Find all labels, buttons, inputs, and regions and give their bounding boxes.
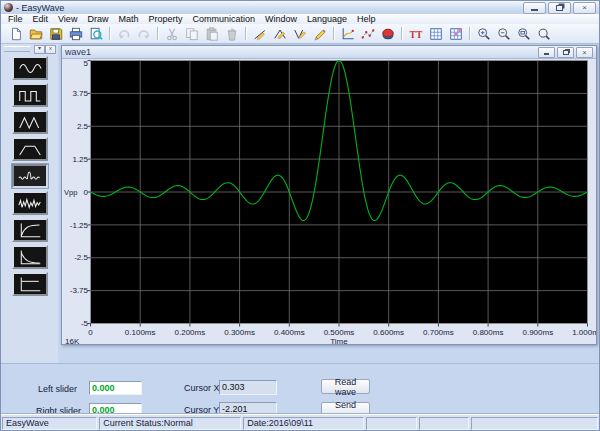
- restore-button[interactable]: [548, 2, 571, 14]
- toolbar-button-text[interactable]: TT: [406, 25, 425, 42]
- save-icon: [49, 27, 63, 41]
- delete-icon: [225, 27, 239, 41]
- toolbar-button-eraser[interactable]: [378, 25, 397, 42]
- svg-text:-1.25: -1.25: [70, 221, 89, 230]
- draw-coordinate-icon: [341, 27, 355, 41]
- wave1-restore-button[interactable]: [557, 47, 574, 58]
- toolbar-button-grid-edit[interactable]: [446, 25, 465, 42]
- svg-text:-3.75: -3.75: [70, 286, 89, 295]
- draw-polyline-icon: [273, 27, 287, 41]
- toolbar-separator: [245, 27, 246, 40]
- exp-fall-wave-icon: [15, 248, 45, 267]
- sinc-wave-icon: [15, 167, 45, 186]
- svg-text:Vpp: Vpp: [64, 188, 77, 197]
- menu-item-help[interactable]: Help: [352, 14, 381, 24]
- menu-item-edit[interactable]: Edit: [28, 14, 54, 24]
- waveform-chart[interactable]: 00.100ms0.200ms0.300ms0.400ms0.500ms0.60…: [62, 59, 596, 344]
- toolbar-button-draw-polyline[interactable]: [270, 25, 289, 42]
- toolbar-button-cut: [162, 25, 181, 42]
- toolbar-button-draw-coordinate[interactable]: [338, 25, 357, 42]
- zoom-window-icon: [517, 27, 531, 41]
- wave1-close-button[interactable]: ×: [576, 47, 593, 58]
- svg-text:1.000ms: 1.000ms: [572, 328, 596, 337]
- toolbar-button-print-preview[interactable]: [86, 25, 105, 42]
- left-slider-input[interactable]: [89, 381, 142, 395]
- toolbar-button-redo: [134, 25, 153, 42]
- status-cell-0: EasyWave: [2, 417, 97, 430]
- controls-panel: Left slider Right slider Cursor X 0.303 …: [1, 363, 599, 417]
- toolbar-button-zoom-window[interactable]: [514, 25, 533, 42]
- sidebar-wave-triangle-button[interactable]: [12, 110, 48, 134]
- menu-item-view[interactable]: View: [53, 14, 82, 24]
- sine-wave-icon: [15, 59, 45, 78]
- menu-item-draw[interactable]: Draw: [82, 14, 113, 24]
- toolbar-button-draw-line[interactable]: [250, 25, 269, 42]
- new-icon: [9, 27, 23, 41]
- status-cell-1: Current Status:Normal: [99, 417, 241, 430]
- sidebar-wave-exp-fall-button[interactable]: [12, 245, 48, 269]
- sidebar-wave-trapezoid-button[interactable]: [12, 137, 48, 161]
- wave-buttons: [1, 56, 58, 296]
- eraser-icon: [381, 27, 395, 41]
- svg-text:2.5: 2.5: [77, 122, 89, 131]
- redo-icon: [137, 27, 151, 41]
- menu-item-property[interactable]: Property: [143, 14, 187, 24]
- trapezoid-wave-icon: [15, 140, 45, 159]
- menu-item-window[interactable]: Window: [260, 14, 302, 24]
- toolbar-separator: [109, 27, 110, 40]
- undo-icon: [117, 27, 131, 41]
- restore-icon: [556, 5, 563, 11]
- toolbox-dock-button[interactable]: ▾: [34, 45, 45, 54]
- exp-rise-wave-icon: [15, 221, 45, 240]
- toolbar-button-draw-pencil[interactable]: [310, 25, 329, 42]
- toolbar-button-new[interactable]: [6, 25, 25, 42]
- wave1-titlebar[interactable]: wave1 ×: [62, 46, 596, 59]
- svg-text:0.800ms: 0.800ms: [473, 328, 504, 337]
- sidebar-wave-exp-rise-button[interactable]: [12, 218, 48, 242]
- wave-toolbox: ▾ x: [1, 44, 59, 363]
- menu-item-language[interactable]: Language: [302, 14, 352, 24]
- toolbar-button-print[interactable]: [66, 25, 85, 42]
- minimize-button[interactable]: [523, 2, 546, 14]
- svg-text:0.900ms: 0.900ms: [522, 328, 553, 337]
- left-slider-label: Left slider: [38, 384, 77, 394]
- sidebar-wave-square-button[interactable]: [12, 83, 48, 107]
- read-wave-button[interactable]: Read wave: [321, 379, 370, 394]
- toolbar-button-open[interactable]: [26, 25, 45, 42]
- sidebar-wave-dc-button[interactable]: [12, 272, 48, 296]
- wave1-close-icon: ×: [582, 49, 586, 56]
- wave1-window-controls: ×: [538, 47, 593, 58]
- toolbar-button-zoom-in[interactable]: [474, 25, 493, 42]
- square-wave-icon: [15, 86, 45, 105]
- sidebar-wave-noise-button[interactable]: [12, 191, 48, 215]
- wave1-body: 00.100ms0.200ms0.300ms0.400ms0.500ms0.60…: [62, 59, 596, 344]
- wave1-minimize-button[interactable]: [538, 47, 555, 58]
- toolbox-grip[interactable]: [4, 46, 30, 52]
- menu-item-math[interactable]: Math: [113, 14, 143, 24]
- mdi-workspace: wave1 × 00.100ms0.200ms0.300ms0.400ms0.5…: [58, 44, 599, 363]
- zoom-in-icon: [477, 27, 491, 41]
- menu-item-file[interactable]: File: [3, 14, 28, 24]
- toolbar-button-draw-multiline[interactable]: [290, 25, 309, 42]
- sidebar-wave-sinc-button[interactable]: [12, 164, 48, 188]
- toolbar-button-draw-dots[interactable]: [358, 25, 377, 42]
- title-bar: - EasyWave ×: [1, 1, 599, 15]
- svg-text:-5: -5: [81, 319, 89, 328]
- sidebar-wave-sine-button[interactable]: [12, 56, 48, 80]
- toolbar-button-grid[interactable]: [426, 25, 445, 42]
- toolbox-close-button[interactable]: x: [45, 45, 56, 54]
- toolbar-button-zoom-reset[interactable]: [534, 25, 553, 42]
- wave1-window: wave1 × 00.100ms0.200ms0.300ms0.400ms0.5…: [61, 45, 597, 345]
- close-button[interactable]: ×: [573, 2, 596, 14]
- svg-text:0.200ms: 0.200ms: [175, 328, 206, 337]
- toolbar-button-save[interactable]: [46, 25, 65, 42]
- menu-item-communication[interactable]: Communication: [187, 14, 260, 24]
- toolbar-button-zoom-out[interactable]: [494, 25, 513, 42]
- svg-text:TT: TT: [409, 28, 422, 39]
- menu-bar: FileEditViewDrawMathPropertyCommunicatio…: [1, 14, 599, 24]
- cursor-x-label: Cursor X: [184, 383, 220, 393]
- svg-text:5: 5: [84, 59, 89, 68]
- status-cell-4: [419, 417, 470, 430]
- svg-text:-2.5: -2.5: [74, 253, 88, 262]
- wave1-restore-icon: [563, 50, 569, 55]
